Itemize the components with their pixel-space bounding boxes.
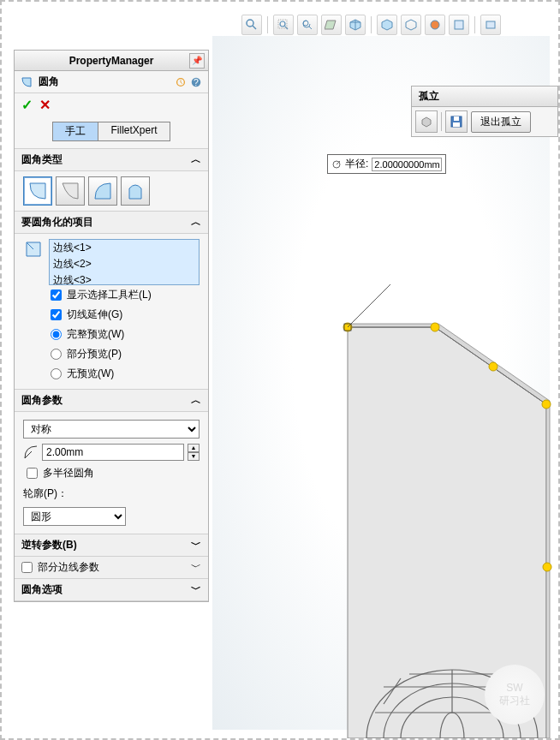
fillet-type-variable[interactable] [56, 176, 85, 206]
svg-point-6 [431, 21, 439, 29]
tab-row: 手工 FilletXpert [15, 116, 208, 149]
svg-point-0 [247, 20, 253, 27]
previous-view-icon[interactable] [297, 15, 318, 35]
chevron-down-icon[interactable]: ﹀ [191, 560, 201, 575]
appearance-icon[interactable] [425, 15, 445, 35]
hide-show-icon[interactable] [401, 15, 421, 35]
callout-value-input[interactable] [372, 158, 442, 171]
fillet-type-full-round[interactable] [121, 176, 150, 206]
isolate-visibility-icon[interactable] [415, 110, 438, 133]
section-reverse[interactable]: 逆转参数(B) ﹀ [15, 534, 208, 557]
label: 切线延伸(G) [67, 307, 122, 322]
section-items[interactable]: 要圆角化的项目 ︿ [15, 212, 208, 234]
section-title: 要圆角化的项目 [21, 215, 93, 230]
svg-point-29 [542, 400, 551, 409]
profile-label: 轮廓(P)： [23, 487, 68, 499]
3d-viewport[interactable] [212, 36, 550, 730]
view-orient-icon[interactable] [345, 15, 366, 35]
section-title: 圆角选项 [21, 582, 63, 597]
property-manager-panel: PropertyManager 📌 圆角 ? ✓ ✕ 手工 FilletXper… [14, 50, 209, 602]
section-partial-edge[interactable]: 部分边线参数 ﹀ [15, 557, 208, 579]
tangent-checkbox[interactable] [51, 309, 62, 320]
label: 完整预览(W) [67, 327, 124, 342]
revert-icon[interactable] [174, 75, 188, 89]
separator [371, 16, 372, 33]
list-item[interactable]: 边线<1> [50, 240, 199, 256]
tab-filletxpert[interactable]: FilletXpert [98, 122, 170, 141]
feature-name: 圆角 [39, 75, 172, 89]
fillet-type-constant[interactable] [23, 176, 52, 206]
label: 显示选择工具栏(L) [67, 288, 152, 302]
no-preview-radio[interactable] [51, 368, 62, 379]
svg-line-31 [348, 284, 390, 327]
chevron-up-icon[interactable]: ︿ [191, 393, 201, 408]
isolate-panel: 孤立 退出孤立 [411, 86, 558, 137]
chevron-up-icon[interactable]: ︿ [191, 215, 201, 230]
zoom-fit-icon[interactable] [241, 15, 262, 35]
svg-rect-8 [486, 21, 495, 28]
label: 无预览(W) [67, 367, 114, 381]
pin-icon[interactable]: 📌 [189, 53, 205, 69]
label: 多半径圆角 [43, 466, 94, 480]
section-options[interactable]: 圆角选项 ﹀ [15, 579, 208, 601]
list-item[interactable]: 边线<2> [50, 256, 199, 272]
view-settings-icon[interactable] [480, 15, 501, 35]
section-title: 逆转参数(B) [21, 538, 77, 552]
section-params[interactable]: 圆角参数 ︿ [15, 390, 208, 412]
section-view-icon[interactable] [321, 15, 342, 35]
svg-point-27 [431, 323, 439, 331]
svg-point-30 [543, 563, 551, 571]
svg-rect-37 [453, 122, 460, 127]
section-params-body: 对称 ▲▼ 多半径圆角 轮廓(P)： 圆形 [15, 412, 208, 534]
cancel-button[interactable]: ✕ [39, 97, 51, 113]
full-preview-radio[interactable] [51, 329, 62, 340]
svg-text:?: ? [194, 76, 199, 87]
section-items-body: 边线<1> 边线<2> 边线<3> 显示选择工具栏(L) 切线延伸(G) 完整预… [15, 234, 208, 390]
svg-line-1 [253, 26, 256, 29]
confirm-row: ✓ ✕ [15, 93, 208, 116]
radius-icon [23, 445, 39, 460]
section-fillet-type-body [15, 171, 208, 212]
separator [474, 16, 475, 33]
zoom-area-icon[interactable] [273, 15, 294, 35]
chevron-down-icon[interactable]: ﹀ [191, 538, 201, 552]
svg-point-28 [489, 362, 497, 371]
radius-spinner[interactable]: ▲▼ [188, 444, 200, 461]
help-icon[interactable]: ? [189, 75, 203, 89]
radius-input[interactable] [42, 444, 184, 461]
svg-rect-36 [454, 116, 459, 121]
radius-leader-icon [331, 159, 342, 170]
feature-title-row: 圆角 ? [15, 71, 208, 93]
multi-radius-checkbox[interactable] [27, 468, 38, 479]
display-style-icon[interactable] [377, 15, 397, 35]
chevron-up-icon[interactable]: ︿ [191, 152, 201, 167]
radius-callout[interactable]: 半径: [327, 154, 446, 174]
section-fillet-type[interactable]: 圆角类型 ︿ [15, 149, 208, 171]
label: 部分预览(P) [67, 347, 122, 361]
ok-button[interactable]: ✓ [21, 97, 33, 113]
symmetry-select[interactable]: 对称 [23, 420, 200, 439]
edge-selection-list[interactable]: 边线<1> 边线<2> 边线<3> [49, 239, 200, 285]
scene-icon[interactable] [449, 15, 469, 35]
section-title: 圆角参数 [21, 393, 63, 408]
svg-point-2 [280, 21, 285, 27]
section-title: 部分边线参数 [38, 560, 99, 575]
list-item[interactable]: 边线<3> [50, 272, 199, 285]
section-title: 圆角类型 [21, 152, 63, 167]
partial-preview-radio[interactable] [51, 349, 62, 360]
fillet-icon [20, 75, 33, 89]
save-icon[interactable] [445, 110, 468, 133]
panel-header: PropertyManager 📌 [15, 51, 208, 71]
exit-isolate-button[interactable]: 退出孤立 [471, 111, 531, 133]
callout-label: 半径: [345, 157, 368, 171]
profile-select[interactable]: 圆形 [23, 507, 126, 526]
panel-title: PropertyManager [69, 55, 154, 67]
chevron-down-icon[interactable]: ﹀ [191, 582, 201, 597]
isolate-title: 孤立 [412, 87, 557, 107]
fillet-type-face[interactable] [88, 176, 117, 206]
tab-manual[interactable]: 手工 [52, 122, 98, 141]
show-toolbar-checkbox[interactable] [51, 289, 62, 301]
partial-edge-checkbox[interactable] [21, 562, 33, 573]
edge-select-icon [23, 239, 44, 260]
3d-model [281, 156, 555, 740]
